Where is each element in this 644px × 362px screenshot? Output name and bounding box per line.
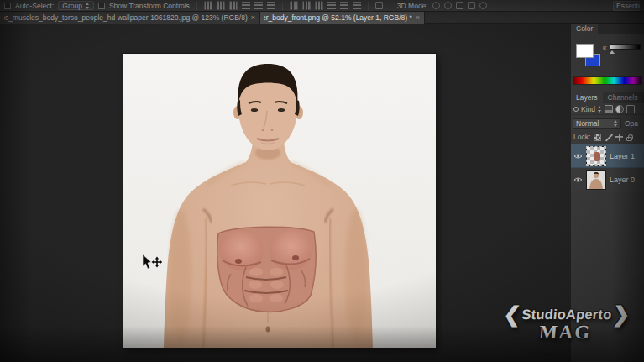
distribute-center-icon[interactable] bbox=[340, 2, 348, 9]
align-right-icon[interactable] bbox=[229, 2, 237, 10]
panel-dock: Color K Layers Channels Kind Normal bbox=[571, 24, 644, 362]
layer-name[interactable]: Layer 0 bbox=[610, 176, 635, 184]
divider bbox=[282, 2, 283, 10]
search-icon bbox=[573, 107, 579, 112]
distribute-middle-icon[interactable] bbox=[302, 2, 310, 10]
divider bbox=[368, 2, 369, 10]
3d-slide-icon[interactable] bbox=[468, 2, 475, 9]
mode-3d-label: 3D Mode: bbox=[397, 2, 428, 10]
3d-pan-icon[interactable] bbox=[456, 2, 463, 9]
tool-options-bar: Auto-Select: Group Show Transform Contro… bbox=[0, 0, 644, 12]
show-transform-checkbox[interactable] bbox=[98, 3, 105, 9]
document-tab-label: Upper_body_front.png @ 52.1% (Layer 1, R… bbox=[264, 13, 412, 22]
visibility-eye-icon[interactable] bbox=[573, 176, 583, 183]
move-cursor-icon bbox=[142, 254, 162, 270]
document-canvas[interactable] bbox=[123, 54, 436, 348]
lock-position-icon[interactable] bbox=[615, 134, 623, 141]
kind-dropdown[interactable]: Kind bbox=[581, 105, 595, 113]
group-dropdown-label: Group bbox=[62, 2, 82, 10]
panel-filler bbox=[571, 191, 644, 362]
tab-channels[interactable]: Channels bbox=[603, 92, 643, 103]
auto-align-icon[interactable] bbox=[375, 2, 383, 9]
layer-thumbnail[interactable] bbox=[586, 170, 606, 190]
color-spectrum-bar[interactable] bbox=[573, 76, 642, 85]
color-panel: K bbox=[571, 34, 644, 92]
document-tab-label: th_tattoos_muscles_body_torso_people_hd-… bbox=[4, 13, 248, 22]
divider bbox=[196, 2, 197, 10]
pixel-filter-icon[interactable] bbox=[605, 105, 613, 113]
lock-row: Lock: bbox=[571, 131, 644, 143]
layer-thumbnail[interactable] bbox=[586, 146, 606, 166]
chevron-updown-icon bbox=[598, 106, 602, 113]
visibility-eye-icon[interactable] bbox=[573, 153, 583, 160]
canvas-workspace bbox=[0, 24, 571, 362]
document-tab-inactive[interactable]: th_tattoos_muscles_body_torso_people_hd-… bbox=[0, 12, 260, 24]
type-filter-icon[interactable] bbox=[626, 105, 635, 113]
align-center-icon[interactable] bbox=[217, 2, 224, 10]
muscle-overlay-layer bbox=[217, 227, 317, 312]
workspace-switcher-button[interactable]: Essentia bbox=[613, 1, 640, 11]
photoshop-window: Auto-Select: Group Show Transform Contro… bbox=[0, 0, 644, 362]
align-top-icon[interactable] bbox=[242, 2, 250, 9]
chevron-updown-icon bbox=[86, 3, 90, 9]
distribute-top-icon[interactable] bbox=[290, 2, 297, 10]
lock-transparency-icon[interactable] bbox=[594, 134, 601, 141]
foreground-color-swatch[interactable] bbox=[576, 44, 594, 58]
chevron-updown-icon bbox=[614, 120, 618, 127]
lock-label: Lock: bbox=[573, 133, 590, 141]
slider-marker-icon[interactable] bbox=[610, 50, 615, 54]
layer-row-layer-0[interactable]: Layer 0 bbox=[571, 168, 644, 191]
3d-roll-icon[interactable] bbox=[444, 2, 452, 9]
muscle-overlay-thumbnail bbox=[594, 152, 600, 161]
lock-pixels-brush-icon[interactable] bbox=[605, 134, 612, 141]
k-slider-label: K bbox=[603, 45, 607, 52]
layer-row-layer-1[interactable]: Layer 1 bbox=[571, 144, 644, 168]
lock-all-icon[interactable] bbox=[626, 137, 632, 141]
distribute-left-icon[interactable] bbox=[327, 2, 336, 9]
distribute-bottom-icon[interactable] bbox=[315, 2, 322, 10]
3d-rotate-icon[interactable] bbox=[432, 2, 440, 9]
show-transform-label: Show Transform Controls bbox=[109, 2, 190, 10]
auto-select-checkbox[interactable] bbox=[4, 3, 11, 9]
divider bbox=[390, 2, 390, 10]
align-bottom-icon[interactable] bbox=[267, 2, 275, 9]
layer-filter-row: Kind bbox=[571, 103, 644, 115]
color-panel-tabs: Color bbox=[571, 24, 644, 34]
layer-name[interactable]: Layer 1 bbox=[610, 152, 635, 160]
document-tab-bar: th_tattoos_muscles_body_torso_people_hd-… bbox=[0, 12, 644, 24]
tab-layers[interactable]: Layers bbox=[571, 92, 603, 103]
layers-panel-tabs: Layers Channels bbox=[571, 92, 644, 103]
torso-photo-with-muscle-overlay bbox=[123, 54, 436, 348]
align-middle-icon[interactable] bbox=[254, 2, 263, 9]
auto-select-label: Auto-Select: bbox=[15, 2, 54, 10]
opacity-label: Opa bbox=[625, 119, 638, 128]
distribute-right-icon[interactable] bbox=[353, 2, 361, 9]
3d-scale-icon[interactable] bbox=[479, 2, 487, 9]
blend-mode-value: Normal bbox=[576, 119, 599, 128]
close-icon[interactable]: × bbox=[251, 14, 255, 22]
align-left-icon[interactable] bbox=[204, 2, 212, 10]
document-tab-active[interactable]: Upper_body_front.png @ 52.1% (Layer 1, R… bbox=[260, 12, 425, 24]
group-dropdown[interactable]: Group bbox=[58, 1, 94, 10]
close-icon[interactable]: × bbox=[416, 14, 420, 22]
torso-thumbnail bbox=[587, 171, 605, 189]
adjustment-filter-icon[interactable] bbox=[615, 105, 624, 113]
k-slider-ramp[interactable] bbox=[610, 44, 641, 50]
tab-color[interactable]: Color bbox=[571, 24, 598, 34]
blend-mode-row: Normal Opa bbox=[571, 118, 644, 129]
blend-mode-select[interactable]: Normal bbox=[573, 118, 621, 129]
